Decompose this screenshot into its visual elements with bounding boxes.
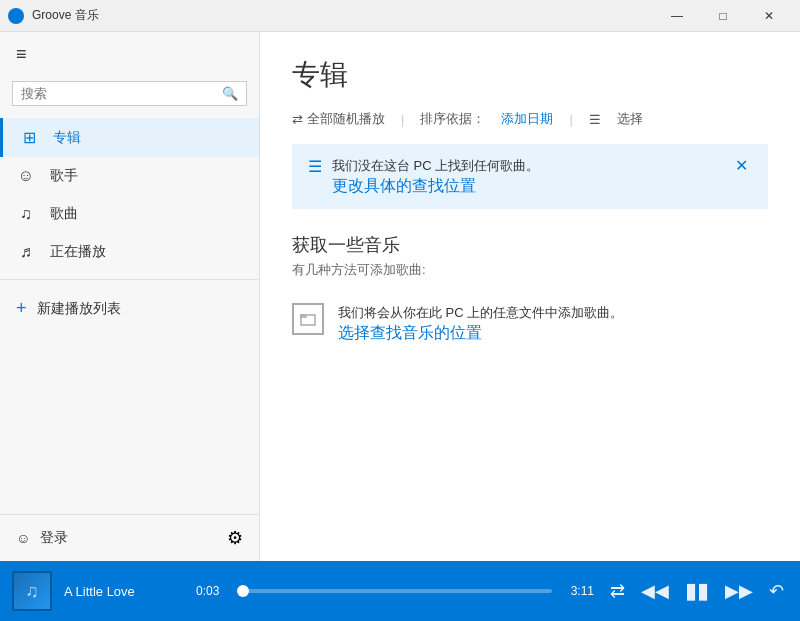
app-container: ≡ 🔍 ⊞ 专辑 ☺ 歌手 ♫ 歌曲 — [0, 32, 800, 621]
maximize-button[interactable]: □ — [700, 0, 746, 32]
shuffle-control-button[interactable]: ⇄ — [606, 576, 629, 606]
close-button[interactable]: ✕ — [746, 0, 792, 32]
option1-text: 我们将会从你在此 PC 上的任意文件中添加歌曲。 — [338, 303, 623, 324]
nowplaying-icon: ♬ — [16, 243, 36, 261]
window-controls: — □ ✕ — [654, 0, 792, 32]
get-music-section: 获取一些音乐 有几种方法可添加歌曲: 我们将会从你在此 PC 上的任意文件中添加… — [292, 233, 768, 353]
sort-prefix: 排序依据： — [420, 110, 485, 128]
alert-box: ☰ 我们没在这台 PC 上找到任何歌曲。 更改具体的查找位置 ✕ — [292, 144, 768, 209]
shuffle-icon: ⇄ — [292, 112, 303, 127]
alert-icon: ☰ — [308, 157, 322, 176]
alert-message: 我们没在这台 PC 上找到任何歌曲。 — [332, 156, 539, 176]
sidebar-item-artists[interactable]: ☺ 歌手 — [0, 157, 259, 195]
artists-label: 歌手 — [50, 167, 78, 185]
search-input[interactable] — [21, 86, 222, 101]
search-icon: 🔍 — [222, 86, 238, 101]
albums-icon: ⊞ — [19, 128, 39, 147]
playback-controls: 0:03 3:11 — [196, 584, 594, 598]
albums-label: 专辑 — [53, 129, 81, 147]
main-content: 专辑 ⇄ 全部随机播放 | 排序依据： 添加日期 | ☰ 选择 ☰ 我们没在这台… — [260, 32, 800, 561]
sidebar: ≡ 🔍 ⊞ 专辑 ☺ 歌手 ♫ 歌曲 — [0, 32, 260, 561]
music-note-icon: ♫ — [25, 581, 39, 602]
music-option-text-1: 我们将会从你在此 PC 上的任意文件中添加歌曲。 选择查找音乐的位置 — [338, 303, 623, 345]
sort-value[interactable]: 添加日期 — [501, 110, 553, 128]
next-button[interactable]: ▶▶ — [721, 576, 757, 606]
shuffle-button[interactable]: ⇄ 全部随机播放 — [292, 110, 385, 128]
get-music-subtitle: 有几种方法可添加歌曲: — [292, 261, 768, 279]
music-option-1: 我们将会从你在此 PC 上的任意文件中添加歌曲。 选择查找音乐的位置 — [292, 295, 768, 353]
login-label: 登录 — [40, 529, 68, 547]
titlebar-left: Groove 音乐 — [8, 7, 99, 24]
page-title: 专辑 — [292, 56, 768, 94]
get-music-title: 获取一些音乐 — [292, 233, 768, 257]
settings-icon[interactable]: ⚙ — [227, 527, 243, 549]
plus-icon: + — [16, 298, 27, 319]
sidebar-item-albums[interactable]: ⊞ 专辑 — [0, 118, 259, 157]
nav-items: ⊞ 专辑 ☺ 歌手 ♫ 歌曲 ♬ 正在播放 + 新建播 — [0, 114, 259, 514]
titlebar: Groove 音乐 — □ ✕ — [0, 0, 800, 32]
right-controls: ⇄ ◀◀ ▮▮ ▶▶ ↶ — [606, 574, 788, 608]
sidebar-footer: ☺ 登录 ⚙ — [0, 514, 259, 561]
sidebar-header: ≡ — [0, 32, 259, 77]
select-label[interactable]: 选择 — [617, 110, 643, 128]
hamburger-icon[interactable]: ≡ — [16, 44, 27, 65]
sidebar-item-nowplaying[interactable]: ♬ 正在播放 — [0, 233, 259, 271]
alert-text-area: 我们没在这台 PC 上找到任何歌曲。 更改具体的查找位置 — [332, 156, 539, 197]
alert-link[interactable]: 更改具体的查找位置 — [332, 176, 539, 197]
progress-area: 0:03 3:11 — [196, 584, 594, 598]
play-pause-button[interactable]: ▮▮ — [681, 574, 713, 608]
app-body: ≡ 🔍 ⊞ 专辑 ☺ 歌手 ♫ 歌曲 — [0, 32, 800, 561]
app-title: Groove 音乐 — [32, 7, 99, 24]
user-icon: ☺ — [16, 530, 30, 546]
folder-icon — [292, 303, 324, 335]
toolbar-divider: | — [401, 112, 404, 127]
progress-handle[interactable] — [237, 585, 249, 597]
nowplaying-label: 正在播放 — [50, 243, 106, 261]
artists-icon: ☺ — [16, 167, 36, 185]
time-total: 3:11 — [562, 584, 594, 598]
select-icon: ☰ — [589, 112, 601, 127]
album-art-inner: ♫ — [14, 573, 50, 609]
toolbar-divider2: | — [569, 112, 572, 127]
track-name: A Little Love — [64, 584, 184, 599]
album-art: ♫ — [12, 571, 52, 611]
alert-content: ☰ 我们没在这台 PC 上找到任何歌曲。 更改具体的查找位置 — [308, 156, 539, 197]
login-area[interactable]: ☺ 登录 — [16, 529, 68, 547]
shuffle-label: 全部随机播放 — [307, 110, 385, 128]
previous-button[interactable]: ◀◀ — [637, 576, 673, 606]
minimize-button[interactable]: — — [654, 0, 700, 32]
nav-divider — [0, 279, 259, 280]
now-playing-bar: ♫ A Little Love 0:03 3:11 ⇄ ◀◀ ▮▮ ▶▶ ↶ — [0, 561, 800, 621]
progress-bar[interactable] — [238, 589, 552, 593]
search-box[interactable]: 🔍 — [12, 81, 247, 106]
track-info: A Little Love — [64, 584, 184, 599]
sidebar-item-songs[interactable]: ♫ 歌曲 — [0, 195, 259, 233]
time-current: 0:03 — [196, 584, 228, 598]
repeat-button[interactable]: ↶ — [765, 576, 788, 606]
new-playlist-button[interactable]: + 新建播放列表 — [0, 288, 259, 329]
alert-close-button[interactable]: ✕ — [731, 156, 752, 175]
option1-link[interactable]: 选择查找音乐的位置 — [338, 323, 623, 344]
toolbar: ⇄ 全部随机播放 | 排序依据： 添加日期 | ☰ 选择 — [292, 110, 768, 128]
new-playlist-label: 新建播放列表 — [37, 300, 121, 318]
songs-label: 歌曲 — [50, 205, 78, 223]
app-icon — [8, 8, 24, 24]
songs-icon: ♫ — [16, 205, 36, 223]
